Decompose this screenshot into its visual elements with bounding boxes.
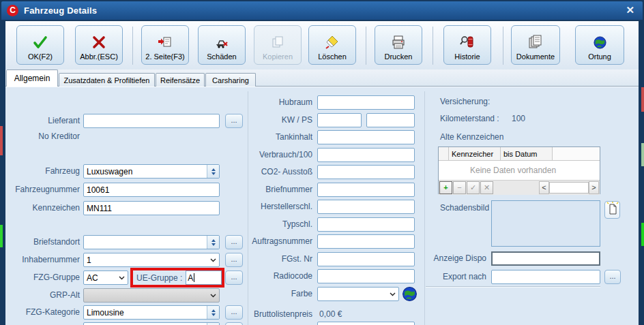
briefstandort-label: Briefstandort xyxy=(8,237,80,247)
anzeige-dispo-label: Anzeige Dispo xyxy=(415,253,486,263)
abort-button[interactable]: Abbr.(ESC) xyxy=(75,25,123,65)
ue-gruppe-value: A xyxy=(188,273,193,283)
fzg-gruppe-dropdown[interactable]: AC xyxy=(83,270,128,285)
herstellerschl-input[interactable] xyxy=(317,200,415,214)
history-button[interactable]: Historie xyxy=(443,25,491,65)
history-button-label: Historie xyxy=(454,52,480,61)
column-divider xyxy=(248,91,248,325)
tab-carsharing[interactable]: Carsharing xyxy=(205,73,256,87)
column-divider xyxy=(424,91,425,325)
grid-col-kennzeichen[interactable]: Kennzeicher xyxy=(449,147,501,160)
delete-button[interactable]: Löschen xyxy=(308,25,356,65)
kennzeichen-input[interactable] xyxy=(83,201,220,215)
globe-icon xyxy=(593,33,607,51)
tab-allgemein[interactable]: Allgemein xyxy=(6,69,58,87)
co2-input[interactable] xyxy=(317,165,415,179)
briefstandort-spinner[interactable] xyxy=(83,235,220,249)
lieferant-browse-button[interactable]: ... xyxy=(225,114,243,128)
schadensbild-label: Schadensbild xyxy=(440,203,489,213)
lieferant-input[interactable] xyxy=(83,114,220,128)
inhabernummer-label: Inhabernummer xyxy=(8,255,80,264)
documents-button[interactable]: Dokumente xyxy=(511,25,560,65)
fgst-nr-input[interactable] xyxy=(317,252,415,266)
fzg-art-browse-button[interactable]: ... xyxy=(225,322,243,325)
chevron-down-icon xyxy=(115,271,128,284)
fzg-gruppe-browse-button[interactable]: ... xyxy=(225,270,243,285)
fzg-kategorie-label: FZG-Kategorie xyxy=(8,307,80,317)
copy-button-label: Kopieren xyxy=(263,52,293,61)
radiocode-input[interactable] xyxy=(317,269,415,283)
second-page-button-label: 2. Seite(F3) xyxy=(145,52,184,61)
tab-zusatzdaten-label: Zusatzdaten & Profiltiefen xyxy=(64,76,150,84)
grid-scroll-right-button[interactable]: > xyxy=(589,181,599,194)
verbrauch-input[interactable] xyxy=(317,148,415,162)
tracking-button[interactable]: Ortung xyxy=(575,25,624,65)
fzg-art-spinner[interactable]: PKW xyxy=(83,322,220,325)
close-icon[interactable]: ✕ xyxy=(626,4,634,16)
fzg-kategorie-spinner[interactable]: Limousine xyxy=(83,305,220,320)
schadensbild-memo[interactable] xyxy=(491,200,600,247)
inhabernummer-dropdown[interactable]: 1 xyxy=(83,253,220,267)
grp-alt-label: GRP-Alt xyxy=(8,290,80,300)
toolbar-separator xyxy=(503,27,503,65)
tab-reifensaetze[interactable]: Reifensätze xyxy=(156,73,205,87)
print-button-label: Drucken xyxy=(385,52,413,61)
window-title: Fahrzeug Details xyxy=(24,5,97,16)
spinner-arrows-icon[interactable] xyxy=(207,165,219,178)
spinner-arrows-icon[interactable] xyxy=(207,236,219,249)
check-icon xyxy=(32,33,48,51)
fahrzeug-spinner[interactable]: Luxuswagen xyxy=(83,164,220,179)
section-divider-highlight xyxy=(426,287,600,288)
fahrzeugnummer-input[interactable] xyxy=(83,183,220,197)
spinner-arrows-icon[interactable] xyxy=(207,306,219,319)
grid-scroll-left-button[interactable]: < xyxy=(539,181,549,194)
chevron-down-icon xyxy=(207,289,219,302)
kw-input[interactable] xyxy=(317,113,362,127)
alte-kennzeichen-label: Alte Kennzeichen xyxy=(440,132,503,142)
grp-alt-dropdown xyxy=(83,288,220,303)
ps-input[interactable] xyxy=(366,113,415,127)
second-page-button[interactable]: 2. Seite(F3) xyxy=(141,25,189,65)
grid-scroll-thumb[interactable] xyxy=(549,182,589,194)
ok-button[interactable]: OK(F2) xyxy=(16,25,64,65)
verbrauch-label: Verbrauch/100 xyxy=(250,150,312,159)
screen-edge-artifact xyxy=(0,126,3,155)
kw-ps-label: KW / PS xyxy=(250,115,312,125)
grid-add-button[interactable]: + xyxy=(439,181,452,194)
export-nach-browse-button[interactable]: ... xyxy=(604,270,621,284)
chevron-down-icon xyxy=(207,253,219,266)
screen-edge-artifact xyxy=(0,225,3,247)
auftragsnummer-input[interactable] xyxy=(317,234,415,249)
inhabernummer-browse-button[interactable]: ... xyxy=(225,253,243,267)
typschl-input[interactable] xyxy=(317,217,415,232)
fzg-kategorie-browse-button[interactable]: ... xyxy=(225,305,243,320)
screen-edge-artifact xyxy=(641,223,644,246)
co2-label: CO2- Ausstoß xyxy=(250,167,312,176)
anzeige-dispo-input[interactable] xyxy=(491,251,600,266)
farbe-dropdown[interactable] xyxy=(317,287,399,301)
grid-empty-text: Keine Daten vorhanden xyxy=(439,161,600,180)
eraser-icon xyxy=(324,33,340,51)
allgemein-panel: Lieferant ... No Kreditor Fahrzeug Luxus… xyxy=(5,87,639,325)
grid-navigator: + − ✓ ✕ < > xyxy=(439,180,600,195)
grid-col-bis-datum[interactable]: bis Datum xyxy=(501,147,553,160)
briefstandort-browse-button[interactable]: ... xyxy=(225,235,243,249)
auftragsnummer-label: Auftragsnummer xyxy=(250,236,312,246)
tab-zusatzdaten[interactable]: Zusatzdaten & Profiltiefen xyxy=(59,73,155,87)
export-nach-input[interactable] xyxy=(491,270,600,284)
beschl-input[interactable] xyxy=(317,322,415,325)
print-button[interactable]: Drucken xyxy=(375,25,422,65)
alte-kennzeichen-grid: Kennzeicher bis Datum Keine Daten vorhan… xyxy=(438,146,600,194)
toolbar-separator xyxy=(366,27,366,65)
fzg-gruppe-label: FZG-Gruppe xyxy=(8,273,80,282)
farbe-globe-button[interactable] xyxy=(402,286,418,305)
versicherung-label: Versicherung: xyxy=(440,97,490,106)
damages-button[interactable]: Schäden xyxy=(198,25,246,65)
page-arrow-icon xyxy=(157,33,173,51)
ue-gruppe-input[interactable]: A xyxy=(186,270,222,285)
schadensbild-newpage-button[interactable] xyxy=(604,201,620,219)
tankinhalt-input[interactable] xyxy=(317,130,415,144)
hubraum-input[interactable] xyxy=(317,95,415,110)
briefnummer-input[interactable] xyxy=(317,183,415,197)
fahrzeugnummer-label: Fahrzeugnummer xyxy=(8,185,80,194)
